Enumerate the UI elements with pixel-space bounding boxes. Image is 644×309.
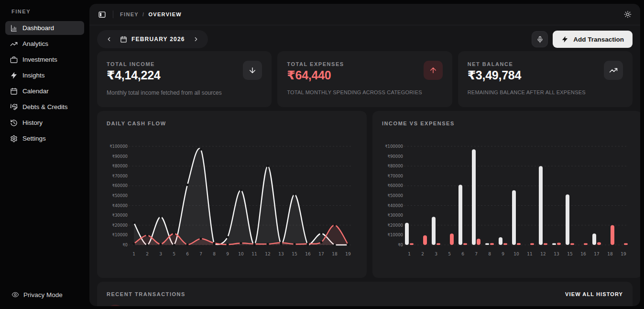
- sidebar-item-label: Dashboard: [22, 24, 54, 32]
- svg-text:12: 12: [540, 252, 546, 256]
- previous-month-button[interactable]: [105, 35, 113, 44]
- svg-text:₹20000: ₹20000: [388, 223, 403, 228]
- recent-transactions-title: RECENT TRANSACTIONS: [107, 291, 186, 297]
- sidebar-item-analytics[interactable]: Analytics: [5, 37, 84, 51]
- calendar-icon: [10, 88, 18, 95]
- svg-text:₹10000: ₹10000: [388, 232, 403, 237]
- arrow-down-icon: [243, 61, 262, 80]
- svg-text:₹50000: ₹50000: [112, 193, 128, 198]
- trending-up-icon: [10, 40, 18, 48]
- month-label: FEBRUARY 2026: [131, 36, 185, 43]
- sidebar-item-calendar[interactable]: Calendar: [5, 84, 84, 98]
- sidebar-item-label: Calendar: [22, 88, 49, 95]
- svg-text:₹50000: ₹50000: [388, 193, 403, 198]
- svg-text:19: 19: [621, 252, 626, 256]
- svg-text:1: 1: [132, 252, 135, 256]
- trending-up-icon: [604, 61, 623, 80]
- income-vs-expenses-chart: ₹0₹10000₹20000₹30000₹40000₹50000₹60000₹7…: [382, 139, 633, 267]
- svg-text:18: 18: [332, 252, 338, 256]
- brand-logo: FINEY: [0, 9, 89, 14]
- privacy-mode-toggle[interactable]: Privacy Mode: [11, 291, 63, 298]
- sidebar-item-debts-credits[interactable]: Debts & Credits: [5, 100, 84, 114]
- income-vs-expenses-card: INCOME VS EXPENSES ₹0₹10000₹20000₹30000₹…: [372, 111, 640, 278]
- svg-text:₹100000: ₹100000: [109, 144, 128, 149]
- sidebar-item-investments[interactable]: Investments: [5, 53, 84, 66]
- daily-cash-flow-card: DAILY CASH FLOW ₹0₹10000₹20000₹30000₹400…: [97, 111, 367, 278]
- svg-text:5: 5: [448, 252, 451, 256]
- toolbar: FEBRUARY 2026 Add Transaction: [97, 30, 633, 48]
- breadcrumb: FINEY / OVERVIEW: [120, 11, 182, 17]
- breadcrumb-page: OVERVIEW: [148, 11, 182, 17]
- svg-text:6: 6: [461, 252, 464, 256]
- svg-text:₹40000: ₹40000: [112, 203, 128, 208]
- svg-text:7: 7: [475, 252, 478, 256]
- svg-text:11: 11: [251, 252, 257, 256]
- svg-text:10: 10: [513, 252, 519, 256]
- stat-title: NET BALANCE: [468, 61, 623, 67]
- sidebar-item-dashboard[interactable]: Dashboard: [5, 21, 84, 35]
- theme-toggle-button[interactable]: [624, 11, 632, 18]
- recent-transactions-card: RECENT TRANSACTIONS VIEW ALL HISTORY Kia…: [97, 282, 633, 306]
- sidebar-item-history[interactable]: History: [5, 116, 84, 130]
- svg-text:₹40000: ₹40000: [388, 203, 403, 208]
- svg-text:10: 10: [238, 252, 244, 256]
- svg-text:₹30000: ₹30000: [112, 213, 128, 218]
- sidebar-nav: DashboardAnalyticsInvestmentsInsightsCal…: [0, 21, 89, 145]
- sidebar-item-label: Analytics: [22, 40, 48, 47]
- header-divider: [113, 11, 113, 18]
- breadcrumb-app[interactable]: FINEY: [120, 11, 139, 17]
- svg-text:₹90000: ₹90000: [112, 154, 128, 159]
- svg-text:9: 9: [226, 252, 229, 256]
- stat-value: ₹4,14,224: [107, 68, 262, 82]
- svg-text:2: 2: [421, 252, 424, 256]
- sidebar-item-label: Settings: [22, 135, 46, 142]
- settings-icon: [10, 135, 18, 143]
- stat-value: ₹64,440: [287, 68, 442, 82]
- net-balance-card: NET BALANCE ₹3,49,784 REMAINING BALANCE …: [458, 51, 633, 107]
- stat-title: TOTAL EXPENSES: [287, 61, 442, 67]
- svg-text:12: 12: [265, 252, 270, 256]
- voice-input-button[interactable]: [532, 31, 548, 47]
- chart-title: INCOME VS EXPENSES: [382, 121, 633, 126]
- sidebar-item-insights[interactable]: Insights: [5, 68, 84, 82]
- svg-text:17: 17: [594, 252, 599, 256]
- stat-subtitle: TOTAL MONTHLY SPENDING ACROSS CATEGORIES: [287, 89, 442, 95]
- month-selector: FEBRUARY 2026: [97, 30, 208, 48]
- sidebar-item-settings[interactable]: Settings: [5, 132, 84, 145]
- sidebar-toggle-button[interactable]: [98, 11, 106, 19]
- eye-icon: [11, 291, 19, 298]
- svg-text:₹10000: ₹10000: [112, 232, 128, 237]
- privacy-mode-label: Privacy Mode: [23, 291, 63, 298]
- svg-text:13: 13: [278, 252, 284, 256]
- arrow-up-icon: [424, 61, 443, 80]
- svg-text:3: 3: [159, 252, 162, 256]
- svg-text:2: 2: [146, 252, 149, 256]
- svg-text:16: 16: [580, 252, 586, 256]
- view-all-history-link[interactable]: VIEW ALL HISTORY: [565, 291, 623, 297]
- svg-text:11: 11: [527, 252, 532, 256]
- svg-text:₹0: ₹0: [122, 243, 128, 247]
- sidebar-item-label: Debts & Credits: [22, 103, 68, 110]
- transaction-row[interactable]: Kia Thi -₹440: [107, 305, 623, 306]
- add-transaction-button[interactable]: Add Transaction: [553, 31, 633, 48]
- top-header: FINEY / OVERVIEW: [89, 4, 640, 25]
- svg-text:₹70000: ₹70000: [112, 174, 128, 178]
- zap-icon: [10, 72, 18, 79]
- stats-row: TOTAL INCOME ₹4,14,224 Monthly total inc…: [97, 51, 633, 107]
- sidebar-item-label: Insights: [22, 72, 45, 79]
- svg-text:₹20000: ₹20000: [112, 223, 128, 228]
- next-month-button[interactable]: [192, 35, 200, 44]
- history-icon: [10, 119, 18, 127]
- svg-text:₹30000: ₹30000: [388, 213, 403, 218]
- add-transaction-label: Add Transaction: [573, 36, 624, 43]
- svg-text:6: 6: [186, 252, 189, 256]
- svg-text:8: 8: [213, 252, 216, 256]
- svg-text:18: 18: [607, 252, 613, 256]
- svg-text:3: 3: [435, 252, 437, 256]
- svg-text:19: 19: [345, 252, 351, 256]
- svg-text:9: 9: [502, 252, 504, 256]
- sidebar-item-label: Investments: [22, 56, 57, 63]
- chart-title: DAILY CASH FLOW: [107, 121, 357, 126]
- svg-text:8: 8: [488, 252, 491, 256]
- briefcase-icon: [10, 56, 18, 64]
